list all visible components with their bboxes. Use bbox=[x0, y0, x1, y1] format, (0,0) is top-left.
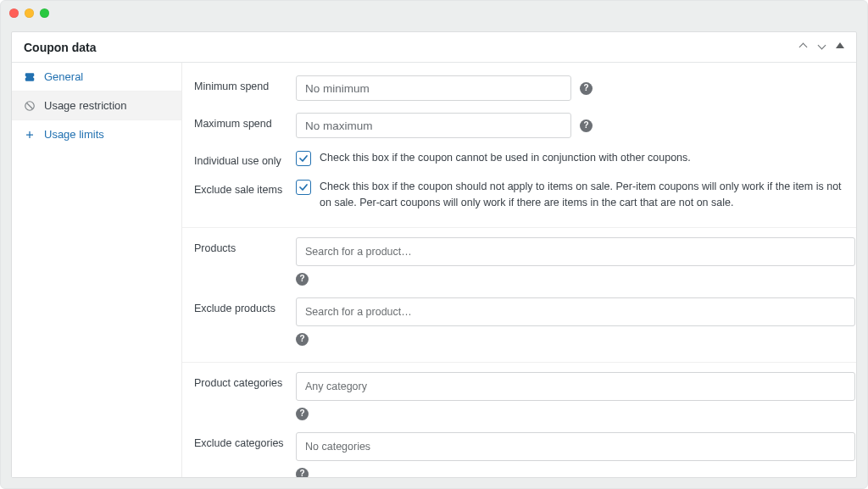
tab-label: General bbox=[44, 70, 83, 83]
maximize-icon[interactable] bbox=[40, 8, 49, 18]
help-icon[interactable]: ? bbox=[296, 408, 309, 420]
row-exclude-sale-items: Exclude sale items Check this box if the… bbox=[182, 173, 856, 217]
section-categories: Product categories Any category ? Exclud… bbox=[182, 366, 856, 478]
help-icon[interactable]: ? bbox=[296, 333, 309, 346]
collapse-toggle-icon[interactable] bbox=[836, 42, 844, 48]
ban-icon bbox=[24, 100, 36, 112]
panel-controls bbox=[798, 42, 844, 53]
svg-line-1 bbox=[27, 103, 33, 108]
tab-label: Usage restriction bbox=[44, 99, 127, 112]
label-individual-use: Individual use only bbox=[194, 150, 296, 167]
tab-usage-limits[interactable]: Usage limits bbox=[12, 120, 181, 148]
help-icon[interactable]: ? bbox=[296, 468, 309, 478]
row-product-categories: Product categories Any category ? bbox=[182, 366, 856, 426]
minimize-icon[interactable] bbox=[25, 8, 34, 18]
row-individual-use: Individual use only Check this box if th… bbox=[182, 144, 856, 173]
help-icon[interactable]: ? bbox=[580, 82, 593, 95]
checkbox-text: Check this box if the coupon cannot be u… bbox=[320, 150, 691, 166]
help-icon[interactable]: ? bbox=[580, 119, 593, 132]
label-exclude-categories: Exclude categories bbox=[194, 432, 296, 449]
checkbox-text: Check this box if the coupon should not … bbox=[320, 179, 844, 211]
minimum-spend-input[interactable] bbox=[296, 75, 571, 101]
label-maximum-spend: Maximum spend bbox=[194, 113, 296, 130]
tab-label: Usage limits bbox=[44, 128, 104, 141]
individual-use-checkbox[interactable]: Check this box if the coupon cannot be u… bbox=[296, 150, 844, 166]
label-exclude-sale-items: Exclude sale items bbox=[194, 179, 296, 196]
panel-title: Coupon data bbox=[24, 41, 97, 54]
panel-body: General Usage restriction bbox=[12, 63, 856, 477]
select-placeholder: Any category bbox=[305, 381, 367, 392]
help-icon[interactable]: ? bbox=[296, 273, 309, 286]
checkbox-icon bbox=[296, 151, 311, 166]
label-product-categories: Product categories bbox=[194, 372, 296, 389]
tab-general[interactable]: General bbox=[12, 63, 181, 92]
exclude-categories-select[interactable]: No categories bbox=[296, 432, 855, 461]
section-spend: Minimum spend ? Maximum spend bbox=[182, 69, 856, 228]
chevron-down-icon[interactable] bbox=[817, 42, 827, 53]
checkbox-icon bbox=[296, 180, 311, 195]
chevron-up-icon[interactable] bbox=[798, 42, 809, 53]
label-products: Products bbox=[194, 237, 296, 254]
row-minimum-spend: Minimum spend ? bbox=[182, 69, 856, 107]
exclude-products-select[interactable]: Search for a product… bbox=[296, 297, 855, 326]
titlebar bbox=[1, 1, 867, 25]
tab-usage-restriction[interactable]: Usage restriction bbox=[12, 92, 181, 120]
window-chrome: Coupon data General bbox=[0, 0, 868, 489]
plus-icon bbox=[24, 129, 36, 141]
product-categories-select[interactable]: Any category bbox=[296, 372, 855, 401]
close-icon[interactable] bbox=[9, 8, 19, 18]
row-maximum-spend: Maximum spend ? bbox=[182, 107, 856, 144]
row-exclude-categories: Exclude categories No categories ? bbox=[182, 426, 856, 478]
panel-header: Coupon data bbox=[12, 32, 856, 63]
label-minimum-spend: Minimum spend bbox=[194, 75, 296, 92]
select-placeholder: No categories bbox=[305, 441, 370, 453]
label-exclude-products: Exclude products bbox=[194, 297, 296, 314]
select-placeholder: Search for a product… bbox=[305, 246, 412, 258]
exclude-sale-items-checkbox[interactable]: Check this box if the coupon should not … bbox=[296, 179, 844, 211]
ticket-icon bbox=[24, 71, 36, 83]
products-select[interactable]: Search for a product… bbox=[296, 237, 855, 266]
select-placeholder: Search for a product… bbox=[305, 306, 412, 318]
coupon-data-panel: Coupon data General bbox=[11, 31, 857, 478]
section-products: Products Search for a product… ? Exclude… bbox=[182, 231, 856, 363]
row-products: Products Search for a product… ? bbox=[182, 231, 856, 292]
maximum-spend-input[interactable] bbox=[296, 113, 571, 138]
row-exclude-products: Exclude products Search for a product… ? bbox=[182, 292, 856, 352]
form-area: Minimum spend ? Maximum spend bbox=[182, 63, 856, 477]
tabs-sidebar: General Usage restriction bbox=[12, 63, 182, 477]
